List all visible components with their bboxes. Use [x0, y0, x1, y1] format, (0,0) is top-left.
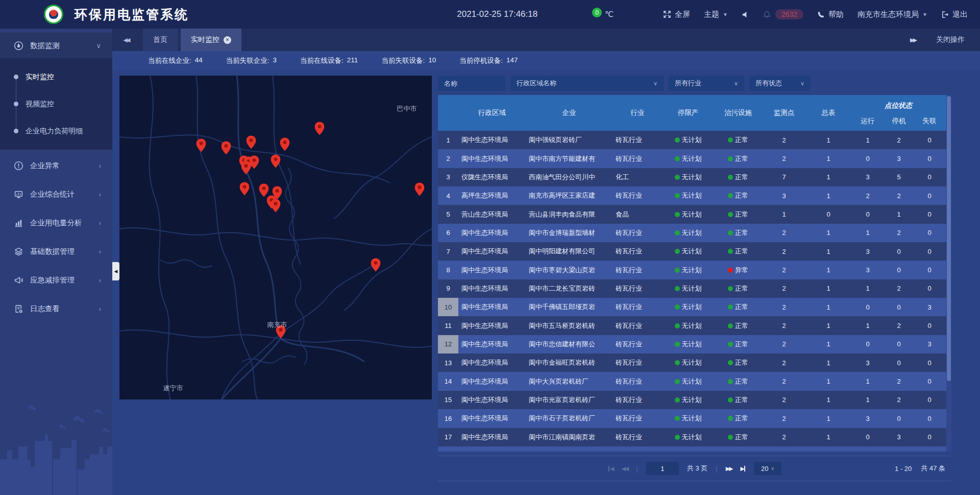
industry-filter-select[interactable]: 所有行业 ∨	[669, 76, 744, 91]
cell-lost-count: 0	[914, 136, 945, 144]
close-operations-button[interactable]: 关闭操作	[936, 35, 965, 44]
cell-halt-count: 2	[884, 229, 914, 237]
cell-company: 阆中明阳建材有限公司	[526, 247, 612, 256]
app-title: 环保用电监管系统	[75, 6, 189, 23]
name-filter-input[interactable]	[438, 76, 505, 91]
map-pin[interactable]	[240, 182, 250, 196]
next-page-button[interactable]: ▶▶	[726, 465, 732, 472]
tab-realtime-monitor[interactable]: 实时监控 ✕	[181, 29, 241, 51]
cell-industry: 砖瓦行业	[612, 247, 663, 256]
total-pages-label: 共 3 页	[687, 464, 707, 473]
table-row[interactable]: 4高坪生态环境局南充市高坪区王家店建砖瓦行业无计划正常31220	[438, 186, 946, 205]
prev-page-button[interactable]: ◀◀	[621, 465, 628, 472]
cell-region: 阆中生态环境局	[458, 247, 526, 256]
stat-value: 3	[273, 56, 277, 65]
last-page-button[interactable]: ▶	[741, 465, 746, 472]
cell-meter-count: 1	[805, 378, 851, 385]
theme-dropdown[interactable]: 主题 ▼	[704, 10, 728, 19]
cell-industry: 砖瓦行业	[612, 154, 663, 163]
status-filter-select[interactable]: 所有状态 ∨	[749, 76, 811, 91]
chevron-collapsed-icon: ‹	[99, 219, 101, 227]
table-row[interactable]: 12阆中生态环境局阆中市忠信建材有限公砖瓦行业无计划正常21003	[438, 335, 946, 353]
sidebar-group-company-statistics[interactable]: 企业综合统计 ‹	[0, 181, 112, 207]
table-scrollbar[interactable]	[946, 95, 951, 452]
first-page-button[interactable]: ◀	[608, 465, 613, 472]
sidebar-group-data-monitoring[interactable]: 数据监测 ∨	[0, 33, 112, 58]
logout-button[interactable]: 退出	[941, 10, 968, 19]
cell-treatment-status: 正常	[714, 247, 763, 256]
table-row[interactable]: 17阆中生态环境局阆中市江南镇阆南页岩砖瓦行业无计划正常21030	[438, 428, 946, 446]
table-row[interactable]: 8阆中生态环境局阆中市枣碧大梁山页岩砖瓦行业无计划异常21300	[438, 261, 946, 279]
notification-count-badge[interactable]: 2632	[775, 9, 803, 19]
status-dot	[728, 397, 733, 403]
organization-dropdown[interactable]: 南充市生态环境局 ▼	[857, 10, 927, 19]
sidebar-group-power-analysis[interactable]: 企业用电量分析 ‹	[0, 210, 112, 235]
cell-treatment-status: 正常	[714, 340, 763, 349]
sound-button[interactable]	[742, 11, 749, 18]
table-row[interactable]: 5营山生态环境局营山县润丰肉食品有限食品无计划正常10010	[438, 205, 946, 223]
city-skyline-decoration	[0, 398, 112, 495]
cell-run-count: 2	[851, 192, 884, 200]
sidebar-group-emergency[interactable]: 应急减排管理 ‹	[0, 267, 112, 293]
sidebar-collapse-handle[interactable]: ◀	[112, 262, 119, 280]
map-canvas[interactable]: 巴中市南充市遂宁市	[119, 76, 432, 399]
map-roads-decoration	[119, 76, 432, 399]
tabs-scroll-left-button[interactable]: ◀◀	[112, 29, 140, 51]
table-row[interactable]: 18南部生态环境局南部县雄狮乡页岩砖厂砖瓦行业无计划正常21420	[438, 446, 946, 452]
sidebar-group-base-data[interactable]: 基础数据管理 ‹	[0, 239, 112, 264]
tabs-scroll-right-button[interactable]: ▶▶	[910, 37, 916, 43]
cell-treatment-status: 正常	[714, 451, 763, 452]
record-range-label: 1 - 20	[895, 465, 912, 473]
map-pin[interactable]	[371, 258, 381, 272]
map-pin[interactable]	[314, 122, 324, 135]
cell-run-count: 3	[851, 359, 884, 367]
filter-bar: 行政区域名称 ∨ 所有行业 ∨ 所有状态 ∨	[438, 76, 811, 91]
region-filter-select[interactable]: 行政区域名称 ∨	[510, 76, 664, 91]
status-dot	[675, 268, 680, 273]
table-row[interactable]: 16阆中生态环境局阆中市石子页岩机砖厂砖瓦行业无计划正常21300	[438, 409, 946, 428]
scrollbar-thumb[interactable]	[947, 96, 951, 381]
cell-meter-count: 1	[805, 340, 851, 348]
table-row[interactable]: 13阆中生态环境局阆中市金福旺页岩机砖砖瓦行业无计划正常21300	[438, 353, 946, 372]
map-pin-icon	[240, 182, 250, 196]
sidebar-item-企业电力负荷明细[interactable]: 企业电力负荷明细	[0, 117, 112, 145]
map-pin[interactable]	[414, 182, 424, 196]
notifications[interactable]	[763, 11, 771, 18]
cell-region: 阆中生态环境局	[458, 154, 526, 163]
map-pin[interactable]	[241, 161, 251, 175]
page-number-input[interactable]	[646, 462, 679, 475]
sidebar-item-实时监控[interactable]: 实时监控	[0, 63, 112, 90]
sidebar-group-label: 企业异常	[30, 161, 99, 171]
table-row[interactable]: 1阆中生态环境局阆中强锐页岩砖厂砖瓦行业无计划正常21120	[438, 131, 946, 149]
table-row[interactable]: 10阆中生态环境局阆中千佛镇五郎垭页岩砖瓦行业无计划正常21003	[438, 298, 946, 316]
table-row[interactable]: 9阆中生态环境局阆中市二龙长宝页岩砖砖瓦行业无计划正常21120	[438, 279, 946, 298]
table-row[interactable]: 15阆中生态环境局阆中市光富页岩机砖厂砖瓦行业无计划正常21120	[438, 391, 946, 409]
status-dot	[675, 249, 680, 254]
col-treatment: 治污设施	[714, 108, 763, 117]
sidebar-group-label: 日志查看	[30, 304, 99, 314]
fullscreen-button[interactable]: 全屏	[663, 10, 690, 19]
table-row[interactable]: 3仪陇生态环境局西南油气田分公司川中化工无计划正常71350	[438, 168, 946, 186]
cell-lost-count: 0	[914, 433, 945, 441]
map-pin[interactable]	[221, 141, 231, 155]
tab-close-icon[interactable]: ✕	[224, 36, 231, 44]
map-pin[interactable]	[196, 138, 206, 152]
cell-lost-count: 3	[914, 340, 945, 348]
table-row[interactable]: 6阆中生态环境局阆中市金博瑞新型墙材砖瓦行业无计划正常21120	[438, 224, 946, 242]
cell-monitor-count: 2	[763, 340, 805, 348]
table-row[interactable]: 14阆中生态环境局阆中大兴页岩机砖厂砖瓦行业无计划正常21120	[438, 372, 946, 390]
cell-halt-count: 2	[884, 378, 914, 385]
sidebar-group-logs[interactable]: 日志查看 ‹	[0, 296, 112, 321]
table-row[interactable]: 2阆中生态环境局阆中市南方节能建材有砖瓦行业无计划正常21030	[438, 149, 946, 168]
map-pin[interactable]	[271, 154, 281, 168]
page-size-select[interactable]: 20 ∨	[754, 462, 781, 475]
table-row[interactable]: 7阆中生态环境局阆中明阳建材有限公司砖瓦行业无计划正常21300	[438, 242, 946, 261]
map-pin[interactable]	[280, 137, 289, 151]
sidebar-item-视频监控[interactable]: 视频监控	[0, 90, 112, 117]
help-button[interactable]: 帮助	[817, 10, 844, 19]
map-pin[interactable]	[247, 135, 256, 149]
table-row[interactable]: 11阆中生态环境局阆中市五马桥页岩机砖砖瓦行业无计划正常21120	[438, 316, 946, 335]
tab-home[interactable]: 首页	[143, 29, 178, 51]
map-pin[interactable]	[271, 199, 281, 213]
sidebar-group-company-abnormal[interactable]: 企业异常 ‹	[0, 153, 112, 178]
